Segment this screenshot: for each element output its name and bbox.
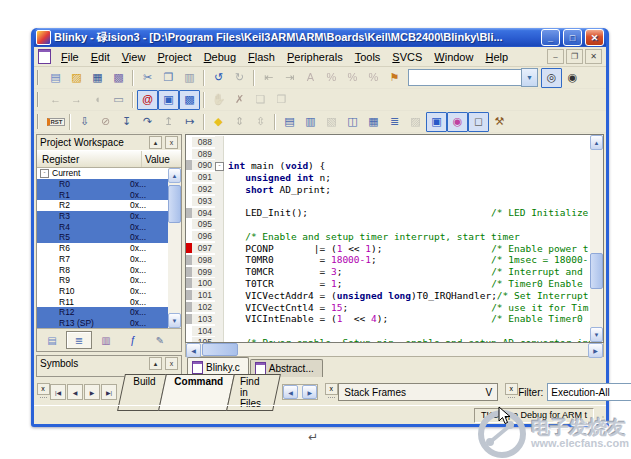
pin-icon[interactable]: ▴: [149, 136, 162, 149]
comment-selection-icon[interactable]: A: [300, 68, 321, 88]
line-number[interactable]: 099: [192, 267, 215, 277]
output-nav-icon-3[interactable]: ▶|: [101, 384, 117, 400]
menu-debug[interactable]: Debug: [198, 50, 242, 64]
uncomment-selection-icon[interactable]: %: [321, 68, 342, 88]
close-filter-icon[interactable]: x: [505, 383, 518, 395]
code-editor[interactable]: 088089090-int main (void) {091 unsigned …: [185, 134, 604, 343]
register-row-r4[interactable]: R40x...: [37, 221, 168, 232]
step-out-icon[interactable]: ↥: [158, 112, 179, 132]
register-row-r3[interactable]: R30x...: [37, 211, 168, 222]
code-line[interactable]: 102 VICVectCntl4 = 15; /* use it for Tim: [186, 301, 603, 313]
line-number[interactable]: 101: [192, 290, 215, 300]
save-icon[interactable]: ▦: [87, 68, 108, 88]
books-tab-icon[interactable]: ▥: [93, 331, 119, 349]
register-row-r10[interactable]: R100x...: [37, 286, 168, 297]
output-nav-icon-0[interactable]: |◀: [50, 384, 66, 400]
code-line[interactable]: 098 T0MR0 = 18000-1; /* 1msec = 18000-: [186, 254, 603, 266]
pin-icon[interactable]: ▴: [149, 357, 162, 370]
menu-window[interactable]: Window: [428, 50, 479, 64]
menu-project[interactable]: Project: [151, 50, 197, 64]
code-line[interactable]: 090-int main (void) {: [186, 160, 603, 172]
mdi-document-icon[interactable]: [38, 49, 51, 64]
output-nav-icon-1[interactable]: ◀: [67, 384, 83, 400]
toolbox-icon[interactable]: ◻: [468, 112, 489, 132]
code-line[interactable]: 094 LED_Init(); /* LED Initialize: [186, 207, 603, 219]
toolbar-grip[interactable]: [37, 70, 42, 85]
open-folder-icon[interactable]: ▨: [66, 68, 87, 88]
step-over-icon[interactable]: ↷: [137, 112, 158, 132]
register-row-r11[interactable]: R110x...: [37, 296, 168, 307]
performance-analyzer-icon[interactable]: ◫: [342, 112, 363, 132]
close-panel-icon[interactable]: x: [165, 136, 178, 149]
enable-trace-icon[interactable]: ⇕: [229, 112, 250, 132]
workspace-window-icon[interactable]: ❏: [250, 90, 271, 110]
mdi-restore-button[interactable]: ❐: [566, 49, 583, 64]
symbol-window-icon[interactable]: ≣: [384, 112, 405, 132]
line-number[interactable]: 105: [192, 337, 215, 342]
code-line[interactable]: 104: [186, 325, 603, 337]
find-input[interactable]: [408, 69, 521, 86]
scroll-down-icon[interactable]: ▼: [590, 327, 603, 342]
scroll-right-icon[interactable]: ▶: [588, 343, 603, 358]
find-combobox[interactable]: ▼: [408, 68, 538, 87]
tree-expand-icon[interactable]: -: [40, 169, 49, 178]
line-number[interactable]: 095: [192, 219, 215, 229]
close-button[interactable]: ✕: [585, 29, 604, 46]
register-row-r0[interactable]: R00x...: [37, 179, 168, 190]
run-to-cursor-icon[interactable]: ↦: [179, 112, 200, 132]
scroll-left-icon[interactable]: ◀: [186, 343, 201, 358]
line-number[interactable]: 100: [192, 278, 215, 288]
code-line[interactable]: 096 /* Enable and setup timer interrupt,…: [186, 230, 603, 242]
line-number[interactable]: 091: [192, 172, 215, 182]
menu-edit[interactable]: Edit: [85, 50, 116, 64]
step-into-icon[interactable]: ↧: [116, 112, 137, 132]
paste-icon[interactable]: ▥: [179, 68, 200, 88]
line-number[interactable]: 094: [192, 208, 215, 218]
code-line[interactable]: 095: [186, 219, 603, 231]
fold-icon[interactable]: -: [215, 162, 224, 171]
scroll-thumb[interactable]: [202, 343, 238, 356]
code-line[interactable]: 105 /* Power enable, Setup pin, enable a…: [186, 337, 603, 342]
line-number[interactable]: 092: [192, 184, 215, 194]
templates-tab-icon[interactable]: ✎: [147, 331, 173, 349]
menu-tools[interactable]: Tools: [349, 50, 387, 64]
incremental-find-icon[interactable]: ◉: [562, 68, 583, 88]
register-row-r6[interactable]: R60x...: [37, 243, 168, 254]
editor-vscrollbar[interactable]: ▲ ▼: [590, 135, 603, 342]
view-trace-icon[interactable]: ⇳: [250, 112, 271, 132]
editor-hscrollbar[interactable]: ◀ ▶: [185, 343, 604, 357]
close-panel-icon[interactable]: x: [165, 357, 178, 370]
run-icon[interactable]: ⇩: [74, 112, 95, 132]
line-number[interactable]: 096: [192, 231, 215, 241]
scroll-right-icon[interactable]: ▶: [302, 385, 317, 399]
line-number[interactable]: 103: [192, 314, 215, 324]
stack-frames-box[interactable]: Stack Frames V: [338, 383, 498, 401]
files-tab-icon[interactable]: ▤: [39, 331, 65, 349]
start-stop-debug-icon[interactable]: @: [137, 90, 158, 110]
reset-cpu-icon[interactable]: RST: [45, 112, 66, 132]
workspace-scrollbar[interactable]: ▲ ▼: [168, 168, 181, 328]
register-column-header[interactable]: Register: [37, 151, 142, 167]
register-row-r9[interactable]: R90x...: [37, 275, 168, 286]
register-row-r12[interactable]: R120x...: [37, 307, 168, 318]
register-row-r7[interactable]: R70x...: [37, 254, 168, 265]
mdi-minimize-button[interactable]: –: [547, 49, 564, 64]
scroll-up-icon[interactable]: ▲: [168, 168, 181, 183]
code-line[interactable]: 103 VICIntEnable = (1 << 4); /* Enable T…: [186, 313, 603, 325]
stop-icon[interactable]: ⊘: [95, 112, 116, 132]
code-line[interactable]: 100 T0TCR = 1; /* Timer0 Enable: [186, 278, 603, 290]
copy-icon[interactable]: ❐: [158, 68, 179, 88]
forward-icon[interactable]: →: [66, 90, 87, 110]
menu-help[interactable]: Help: [479, 50, 514, 64]
value-column-header[interactable]: Value: [142, 154, 181, 165]
back-icon[interactable]: ←: [45, 90, 66, 110]
line-number[interactable]: 093: [192, 196, 215, 206]
code-line[interactable]: 093: [186, 195, 603, 207]
scroll-thumb[interactable]: [168, 185, 181, 223]
lowercase-selection-icon[interactable]: %: [342, 68, 363, 88]
project-window-icon[interactable]: ▣: [158, 90, 179, 110]
menu-peripherals[interactable]: Peripherals: [281, 50, 349, 64]
register-row-r8[interactable]: R80x...: [37, 264, 168, 275]
scroll-thumb[interactable]: [590, 253, 603, 289]
line-number[interactable]: 088: [192, 137, 215, 147]
